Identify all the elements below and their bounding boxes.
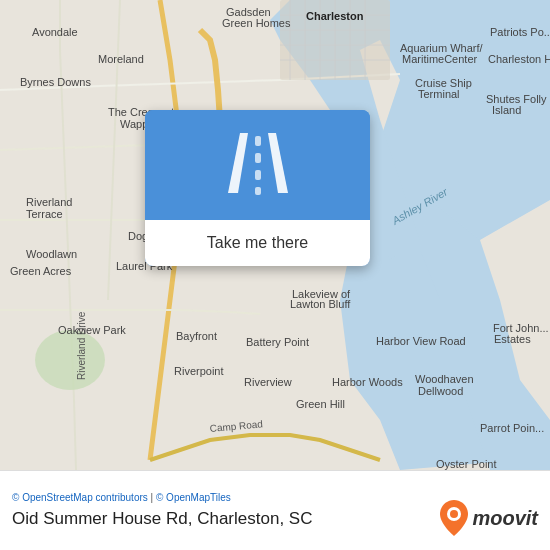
svg-point-5 xyxy=(35,330,105,390)
svg-rect-25 xyxy=(255,170,261,180)
openstreetmap-link[interactable]: © OpenStreetMap contributors xyxy=(12,492,148,503)
moovit-logo: moovit xyxy=(440,500,538,536)
card-icon-area xyxy=(145,110,370,220)
bottom-bar: © OpenStreetMap contributors | © OpenMap… xyxy=(0,470,550,550)
action-card: Take me there xyxy=(145,110,370,266)
openmaptiles-link[interactable]: © OpenMapTiles xyxy=(156,492,231,503)
svg-point-28 xyxy=(450,510,458,518)
take-me-there-button[interactable]: Take me there xyxy=(145,220,370,266)
svg-rect-24 xyxy=(255,153,261,163)
svg-marker-22 xyxy=(268,133,288,193)
svg-marker-21 xyxy=(228,133,248,193)
svg-text:Riverland Drive: Riverland Drive xyxy=(76,311,87,380)
svg-rect-26 xyxy=(255,187,261,195)
road-icon xyxy=(218,128,298,202)
map-container: Ashley River Riverland Drive Camp Road C… xyxy=(0,0,550,470)
moovit-text: moovit xyxy=(472,507,538,530)
moovit-pin-icon xyxy=(440,500,468,536)
svg-rect-23 xyxy=(255,136,261,146)
